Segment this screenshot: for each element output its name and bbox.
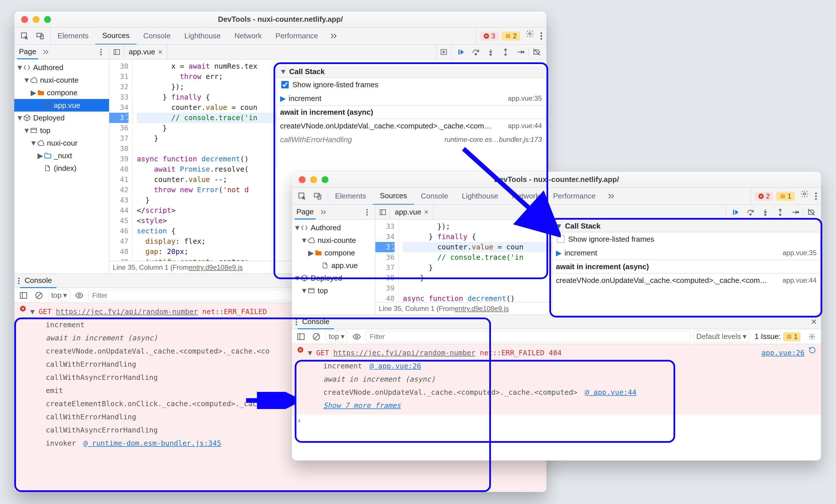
show-more-frames-link[interactable]: Show 7 more frames (323, 399, 401, 412)
navigator-item[interactable]: ▼top (292, 284, 375, 297)
console-prompt[interactable]: › (292, 414, 821, 426)
console-sidebar-toggle-icon[interactable] (17, 289, 30, 302)
minimize-window-button[interactable] (310, 176, 317, 183)
tab-performance[interactable]: Performance (546, 188, 603, 205)
tab-sources[interactable]: Sources (373, 188, 414, 205)
console-tab[interactable]: Console (20, 274, 56, 288)
drawer-kebab-icon[interactable] (18, 277, 20, 285)
navigator-item[interactable]: ▼nuxi-counte (14, 74, 109, 86)
navigator-item[interactable]: app.vue (14, 99, 109, 112)
device-toggle-icon[interactable] (34, 30, 46, 42)
file-tab-app-vue[interactable]: app.vue× (390, 205, 434, 219)
live-expression-icon[interactable] (73, 289, 86, 302)
tab-console[interactable]: Console (136, 27, 177, 44)
navigator-item[interactable]: ▼Deployed (292, 272, 375, 284)
clear-console-icon[interactable] (310, 330, 323, 343)
close-window-button[interactable] (21, 16, 28, 23)
deactivate-breakpoints-icon[interactable] (530, 46, 544, 58)
console-settings-icon[interactable] (806, 330, 818, 343)
tab-performance[interactable]: Performance (269, 27, 325, 44)
tab-lighthouse[interactable]: Lighthouse (177, 27, 227, 44)
more-icon[interactable] (811, 188, 821, 205)
console-tab[interactable]: Console (298, 315, 334, 329)
navigator-item[interactable]: ▶compone (292, 247, 375, 259)
step-out-icon[interactable] (773, 206, 787, 218)
tab-lighthouse[interactable]: Lighthouse (455, 188, 505, 205)
console-sidebar-toggle-icon[interactable] (295, 330, 307, 343)
stack-frame[interactable]: await in increment (async) (292, 373, 821, 386)
drawer-kebab-icon[interactable] (295, 318, 298, 326)
close-file-tab-icon[interactable]: × (424, 208, 429, 216)
error-source-link[interactable]: app.vue:26 (761, 346, 804, 360)
zoom-window-button[interactable] (44, 16, 51, 23)
errors-badge[interactable]: 2 (755, 192, 773, 201)
file-tab-app-vue[interactable]: app.vue× (124, 45, 167, 59)
reload-icon[interactable] (809, 346, 816, 354)
titlebar[interactable]: DevTools - nuxi-counter.netlify.app/ (14, 12, 547, 27)
live-expression-icon[interactable] (350, 330, 363, 343)
call-stack-frame[interactable]: callWithErrorHandlingruntime-core.es…bun… (277, 133, 545, 147)
navigator-kebab-icon[interactable] (362, 209, 372, 216)
navigator-item[interactable]: ▼nuxi-cour (14, 137, 109, 149)
navigator-item[interactable]: ▼Authored (292, 221, 375, 234)
close-drawer-icon[interactable]: ✕ (807, 317, 821, 326)
tabs-overflow-icon[interactable] (325, 27, 342, 44)
run-snippet-icon[interactable] (436, 45, 451, 59)
navigator-item[interactable]: ▶compone (14, 86, 109, 99)
inspect-element-icon[interactable] (18, 30, 31, 42)
settings-icon[interactable] (524, 27, 536, 40)
minimize-window-button[interactable] (33, 16, 39, 23)
show-ignored-frames-checkbox[interactable] (281, 81, 289, 89)
resume-icon[interactable] (454, 46, 468, 58)
warnings-badge[interactable]: 2 (501, 32, 520, 41)
call-stack-panel[interactable]: ▼Call Stack Show ignore-listed frames ▶i… (277, 66, 545, 167)
step-icon[interactable] (514, 46, 527, 58)
call-stack-frame[interactable]: await in increment (async) (552, 260, 820, 273)
call-stack-frame[interactable]: ▶incrementapp.vue:35 (277, 92, 545, 105)
tab-network[interactable]: Network (505, 188, 546, 205)
navigator-more-icon[interactable] (318, 209, 329, 216)
warnings-badge[interactable]: 1 (776, 192, 795, 201)
show-ignored-frames-checkbox[interactable] (557, 235, 565, 243)
navigator-page-tab[interactable]: Page (17, 45, 38, 59)
execution-context-select[interactable]: top▾ (326, 331, 348, 343)
step-into-icon[interactable] (758, 206, 772, 218)
step-over-icon[interactable] (744, 206, 757, 218)
console-output[interactable]: ▼ GET https://jec.fyi/api/random-number … (292, 344, 821, 414)
inspect-element-icon[interactable] (296, 190, 308, 202)
errors-badge[interactable]: 3 (480, 32, 498, 41)
close-file-tab-icon[interactable]: × (158, 47, 163, 56)
call-stack-frame[interactable]: createVNode.onUpdateVal._cache.<computed… (552, 273, 820, 287)
zoom-window-button[interactable] (322, 176, 328, 183)
sourcemap-link[interactable]: entry.d9e108e9.js (189, 264, 243, 271)
call-stack-panel[interactable]: ▼Call Stack Show ignore-listed frames ▶i… (552, 220, 820, 315)
tab-console[interactable]: Console (414, 188, 455, 205)
expand-stack-icon[interactable]: ▼ (30, 305, 35, 318)
expand-stack-icon[interactable]: ▼ (308, 346, 312, 360)
device-toggle-icon[interactable] (311, 190, 324, 202)
clear-console-icon[interactable] (33, 289, 45, 302)
tab-elements[interactable]: Elements (328, 188, 373, 205)
close-window-button[interactable] (299, 176, 306, 183)
navigator-kebab-icon[interactable] (96, 49, 106, 56)
log-levels-select[interactable]: Default levels▾ (693, 331, 749, 343)
tab-elements[interactable]: Elements (51, 27, 95, 44)
tabs-overflow-icon[interactable] (603, 188, 620, 205)
step-out-icon[interactable] (499, 46, 512, 58)
step-over-icon[interactable] (469, 46, 483, 58)
navigator-item[interactable]: (index) (14, 162, 109, 174)
navigator-tree[interactable]: ▼Authored▼nuxi-counte▶componeapp.vue▼Dep… (292, 220, 375, 315)
navigator-item[interactable]: ▼nuxi-counte (292, 234, 375, 247)
navigator-tree[interactable]: ▼Authored▼nuxi-counte▶componeapp.vue▼Dep… (14, 59, 109, 273)
error-url-link[interactable]: https://jec.fyi/api/random-number (333, 349, 475, 357)
issues-badge[interactable]: 1 (783, 332, 800, 341)
call-stack-frame[interactable]: ▶incrementapp.vue:35 (552, 246, 820, 260)
navigator-item[interactable]: app.vue (292, 259, 375, 272)
navigator-more-icon[interactable] (40, 49, 51, 56)
tab-network[interactable]: Network (227, 27, 268, 44)
toggle-navigator-icon[interactable] (375, 205, 390, 219)
resume-icon[interactable] (729, 206, 742, 218)
execution-context-select[interactable]: top▾ (48, 289, 70, 301)
console-filter-input[interactable] (366, 331, 690, 342)
stack-frame[interactable]: createVNode.onUpdateVal._cache.<computed… (292, 386, 821, 399)
